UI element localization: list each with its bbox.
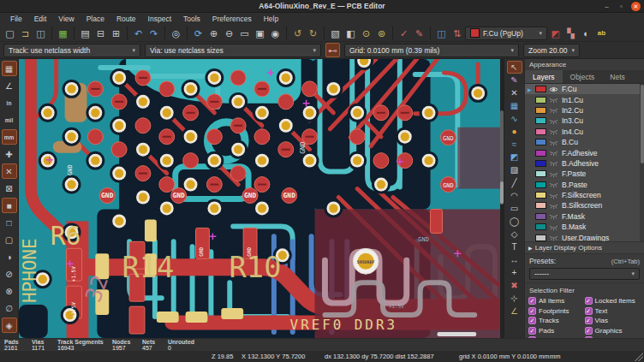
layer-color-swatch[interactable]: [535, 234, 546, 241]
drill-origin-tool-icon[interactable]: ⊹: [507, 292, 522, 305]
checkbox-checked-icon[interactable]: ✓: [585, 307, 593, 315]
lock-icon[interactable]: ⊙: [359, 26, 373, 40]
layer-row-in1-cu[interactable]: In1.Cu: [525, 94, 644, 104]
active-layer-dropdown[interactable]: F.Cu (PgUp)▾: [465, 27, 547, 40]
layer-color-swatch[interactable]: [535, 223, 546, 230]
layer-row-b-mask[interactable]: B.Mask: [525, 222, 644, 232]
menu-route[interactable]: Route: [111, 14, 141, 24]
filter-pads[interactable]: ✓Pads: [528, 327, 585, 335]
delete-tool-icon[interactable]: ✖: [507, 279, 522, 292]
place-via-tool-icon[interactable]: ●: [507, 125, 522, 138]
layer-row-f-mask[interactable]: F.Mask: [525, 211, 644, 222]
set-origin-tool-icon[interactable]: +: [507, 266, 522, 279]
menu-view[interactable]: View: [53, 14, 79, 24]
layer-color-swatch[interactable]: [535, 86, 546, 92]
add-text-tool-icon[interactable]: T: [507, 240, 522, 253]
eye-closed-icon[interactable]: [549, 192, 559, 199]
layer-color-swatch[interactable]: [535, 107, 546, 114]
minimize-button[interactable]: –: [602, 2, 611, 11]
filter-locked-items[interactable]: ✓Locked items: [585, 297, 641, 305]
zoom-fit-objects-icon[interactable]: ▣: [253, 26, 267, 40]
auto-track-width-toggle-icon[interactable]: ⊷: [325, 43, 340, 57]
highlight-net-tool-icon[interactable]: ✎: [507, 74, 522, 86]
zoom-dropdown[interactable]: Zoom 20.00▾: [523, 44, 580, 57]
unlock-icon[interactable]: ⊚: [374, 26, 389, 40]
checkbox-checked-icon[interactable]: ✓: [528, 317, 536, 324]
layer-color-swatch[interactable]: [535, 97, 546, 104]
grid-dropdown[interactable]: Grid: 0.0100 mm (0.39 mils)▾: [344, 44, 519, 57]
menu-tools[interactable]: Tools: [178, 14, 206, 24]
refresh-icon[interactable]: ⟳: [191, 26, 206, 40]
rule-area-tool-icon[interactable]: ▨: [507, 163, 522, 176]
plot-icon[interactable]: ⊞: [109, 26, 123, 40]
layer-color-swatch[interactable]: [535, 150, 546, 157]
tab-objects[interactable]: Objects: [563, 70, 603, 83]
draw-zone-tool-icon[interactable]: ◩: [507, 151, 522, 163]
menu-preferences[interactable]: Preferences: [207, 14, 257, 24]
units-inches-icon[interactable]: in: [2, 95, 17, 110]
eye-closed-icon[interactable]: [549, 139, 559, 146]
eye-closed-icon[interactable]: [549, 223, 559, 231]
draw-rectangle-tool-icon[interactable]: ▭: [507, 202, 522, 215]
eye-closed-icon[interactable]: [549, 202, 559, 210]
eye-closed-icon[interactable]: [549, 234, 559, 241]
layer-color-swatch[interactable]: [535, 128, 546, 135]
filter-graphics[interactable]: ✓Graphics: [585, 327, 641, 335]
flip-board-view-icon[interactable]: ◧: [343, 26, 358, 40]
pad-display-mode-icon[interactable]: ∅: [2, 300, 17, 316]
layer-color-swatch[interactable]: [535, 192, 546, 199]
eye-closed-icon[interactable]: [549, 159, 559, 167]
layer-scrollbar-thumb[interactable]: [641, 85, 644, 163]
eye-closed-icon[interactable]: [549, 128, 559, 135]
tab-nets[interactable]: Nets: [602, 70, 632, 83]
draw-line-tool-icon[interactable]: ╱: [507, 176, 522, 189]
layers-manager-toggle-icon[interactable]: ◈: [2, 317, 17, 333]
track-display-mode-icon[interactable]: ⊘: [2, 266, 17, 282]
presets-dropdown[interactable]: ------ ▾: [529, 268, 640, 280]
tab-layers[interactable]: Layers: [525, 70, 563, 83]
resize-grip[interactable]: [635, 353, 643, 361]
menu-help[interactable]: Help: [259, 14, 283, 24]
checkbox-checked-icon[interactable]: ✓: [528, 327, 536, 335]
draw-arc-tool-icon[interactable]: ◠: [507, 189, 522, 202]
checkbox-checked-icon[interactable]: ✓: [585, 317, 593, 324]
close-button[interactable]: ✕: [631, 2, 641, 11]
eye-closed-icon[interactable]: [549, 181, 559, 188]
page-settings-icon[interactable]: ▤: [78, 26, 92, 40]
layer-color-swatch[interactable]: [535, 139, 546, 145]
eye-open-icon[interactable]: [549, 86, 559, 93]
draw-circle-tool-icon[interactable]: ◯: [507, 215, 522, 228]
layer-pair-toggle-icon[interactable]: ◩: [548, 26, 563, 40]
ratsnest-visibility-icon[interactable]: ✕: [2, 163, 17, 179]
cursor-shape-icon[interactable]: ✚: [2, 146, 17, 162]
pcb-drawing[interactable]: GNDGNDGNDGNDGNDGNDGNDGNDR6R14R1032HPHONE…: [19, 59, 500, 338]
menu-inspect[interactable]: Inspect: [143, 14, 176, 24]
layer-row-b-silkscreen[interactable]: B.Silkscreen: [525, 200, 644, 211]
layer-color-swatch[interactable]: [535, 160, 546, 167]
layer-row-f-paste[interactable]: F.Paste: [525, 169, 644, 179]
route-tracks-tool-icon[interactable]: ∿: [507, 112, 522, 125]
ratsnest-curved-icon[interactable]: ⊠: [2, 181, 17, 196]
new-board-icon[interactable]: ▢: [3, 26, 17, 40]
layers-manager-icon[interactable]: ◫: [434, 26, 449, 40]
zone-outline-mode-icon[interactable]: □: [2, 215, 17, 230]
layer-row-b-paste[interactable]: B.Paste: [525, 180, 644, 190]
redo-icon[interactable]: ↷: [146, 26, 161, 40]
zoom-selection-icon[interactable]: ◉: [268, 26, 283, 40]
history-back-icon[interactable]: ↺: [290, 26, 305, 40]
layer-row-b-cu[interactable]: B.Cu: [525, 137, 644, 147]
checkbox-checked-icon[interactable]: ✓: [585, 327, 593, 335]
checkbox-checked-icon[interactable]: ✓: [528, 307, 536, 315]
layer-color-swatch[interactable]: [535, 117, 546, 124]
add-dimension-tool-icon[interactable]: ↔: [507, 253, 522, 266]
filter-tracks[interactable]: ✓Tracks: [528, 317, 585, 324]
maximize-button[interactable]: ▫: [617, 2, 626, 11]
layer-row-f-cu[interactable]: ▶F.Cu: [525, 84, 644, 94]
history-forward-icon[interactable]: ↻: [306, 26, 320, 40]
zoom-in-icon[interactable]: ⊕: [206, 26, 221, 40]
footprint-editor-icon[interactable]: ✎: [412, 26, 426, 40]
polar-coordinates-icon[interactable]: ∠: [2, 78, 17, 93]
track-width-dropdown[interactable]: Track: use netclass width▾: [3, 44, 140, 57]
layer-row-in4-cu[interactable]: In4.Cu: [525, 127, 644, 137]
find-icon[interactable]: ◎: [169, 26, 183, 40]
